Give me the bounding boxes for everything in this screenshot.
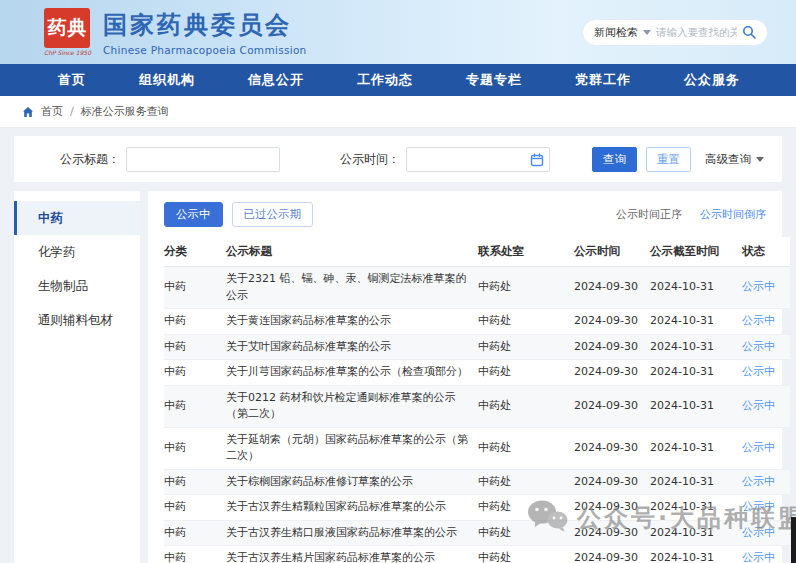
nav-item-4[interactable]: 专题专栏 — [466, 71, 522, 89]
content-area: 中药化学药生物制品通则辅料包材 公示中已过公示期 公示时间正序公示时间倒序 分类… — [14, 191, 782, 563]
nav-item-5[interactable]: 党群工作 — [575, 71, 631, 89]
cell-category: 中药 — [164, 267, 226, 309]
table-row: 中药关于棕榈国家药品标准修订草案的公示中药处2024-09-302024-10-… — [164, 469, 790, 495]
advanced-search-toggle[interactable]: 高级查询 — [705, 152, 764, 167]
cell-status: 公示中 — [742, 334, 790, 360]
search-input[interactable] — [656, 26, 737, 38]
filter-title-input[interactable] — [126, 147, 280, 172]
cell-status: 公示中 — [742, 546, 790, 563]
tab-1[interactable]: 已过公示期 — [232, 202, 314, 227]
cell-dept: 中药处 — [478, 520, 574, 546]
sidebar-item-2[interactable]: 生物制品 — [14, 269, 140, 303]
cell-title: 关于2321 铅、镉、砷、汞、铜测定法标准草案的公示 — [226, 267, 478, 309]
cell-dept: 中药处 — [478, 546, 574, 563]
cell-status: 公示中 — [742, 360, 790, 386]
filter-time-input[interactable] — [406, 147, 550, 172]
reset-button[interactable]: 重置 — [646, 147, 691, 172]
cell-status: 公示中 — [742, 427, 790, 469]
sort-links: 公示时间正序公示时间倒序 — [616, 207, 766, 222]
table-row: 中药关于古汉养生精片国家药品标准草案的公示中药处2024-09-302024-1… — [164, 546, 790, 563]
sidebar-item-1[interactable]: 化学药 — [14, 235, 140, 269]
announcement-title-link[interactable]: 关于古汉养生精颗粒国家药品标准草案的公示 — [226, 500, 446, 513]
status-link[interactable]: 公示中 — [742, 365, 775, 378]
cell-date: 2024-09-30 — [574, 520, 650, 546]
nav-item-2[interactable]: 信息公开 — [248, 71, 304, 89]
status-link[interactable]: 公示中 — [742, 314, 775, 327]
query-button[interactable]: 查询 — [592, 147, 637, 172]
status-link[interactable]: 公示中 — [742, 526, 775, 539]
cell-dept: 中药处 — [478, 267, 574, 309]
table-row: 中药关于艾叶国家药品标准草案的公示中药处2024-09-302024-10-31… — [164, 334, 790, 360]
cell-category: 中药 — [164, 360, 226, 386]
tab-0[interactable]: 公示中 — [164, 202, 223, 227]
cell-deadline: 2024-10-31 — [650, 334, 742, 360]
cell-category: 中药 — [164, 334, 226, 360]
cell-category: 中药 — [164, 546, 226, 563]
cell-title: 关于艾叶国家药品标准草案的公示 — [226, 334, 478, 360]
cell-deadline: 2024-10-31 — [650, 546, 742, 563]
table-row: 中药关于古汉养生精颗粒国家药品标准草案的公示中药处2024-09-302024-… — [164, 495, 790, 521]
cell-status: 公示中 — [742, 495, 790, 521]
status-link[interactable]: 公示中 — [742, 399, 775, 412]
scrollbar-thumb[interactable] — [791, 517, 796, 563]
cell-date: 2024-09-30 — [574, 385, 650, 427]
site-title: 国家药典委员会 — [103, 9, 307, 41]
cell-deadline: 2024-10-31 — [650, 385, 742, 427]
cell-category: 中药 — [164, 309, 226, 335]
cell-status: 公示中 — [742, 267, 790, 309]
announcement-title-link[interactable]: 关于棕榈国家药品标准修订草案的公示 — [226, 475, 413, 488]
sort-link-1[interactable]: 公示时间倒序 — [700, 207, 766, 222]
announcement-title-link[interactable]: 关于艾叶国家药品标准草案的公示 — [226, 340, 391, 353]
breadcrumb-home-link[interactable]: 首页 — [41, 104, 63, 119]
status-link[interactable]: 公示中 — [742, 551, 775, 563]
status-link[interactable]: 公示中 — [742, 475, 775, 488]
announcement-title-link[interactable]: 关于延胡索（元胡）国家药品标准草案的公示（第二次） — [226, 433, 468, 463]
cell-status: 公示中 — [742, 309, 790, 335]
announcement-title-link[interactable]: 关于2321 铅、镉、砷、汞、铜测定法标准草案的公示 — [226, 272, 467, 302]
cell-category: 中药 — [164, 385, 226, 427]
table-row: 中药关于延胡索（元胡）国家药品标准草案的公示（第二次）中药处2024-09-30… — [164, 427, 790, 469]
announcement-title-link[interactable]: 关于古汉养生精口服液国家药品标准草案的公示 — [226, 526, 457, 539]
cell-title: 关于延胡索（元胡）国家药品标准草案的公示（第二次） — [226, 427, 478, 469]
search-category-select[interactable]: 新闻检索 — [594, 25, 638, 40]
sidebar-item-3[interactable]: 通则辅料包材 — [14, 303, 140, 337]
breadcrumb: 首页 / 标准公示服务查询 — [0, 96, 796, 127]
cell-deadline: 2024-10-31 — [650, 360, 742, 386]
cell-deadline: 2024-10-31 — [650, 309, 742, 335]
cell-date: 2024-09-30 — [574, 309, 650, 335]
cell-category: 中药 — [164, 520, 226, 546]
column-header-3: 公示时间 — [574, 237, 650, 267]
cell-dept: 中药处 — [478, 334, 574, 360]
announcement-title-link[interactable]: 关于0212 药材和饮片检定通则标准草案的公示（第二次） — [226, 391, 456, 421]
nav-item-3[interactable]: 工作动态 — [357, 71, 413, 89]
cell-dept: 中药处 — [478, 427, 574, 469]
cell-date: 2024-09-30 — [574, 334, 650, 360]
status-link[interactable]: 公示中 — [742, 441, 775, 454]
sidebar-item-0[interactable]: 中药 — [14, 201, 140, 235]
calendar-icon[interactable] — [530, 152, 544, 171]
table-row: 中药关于黄连国家药品标准草案的公示中药处2024-09-302024-10-31… — [164, 309, 790, 335]
sort-link-0[interactable]: 公示时间正序 — [616, 207, 682, 222]
site-search[interactable]: 新闻检索 — [582, 19, 768, 46]
column-header-4: 公示截至时间 — [650, 237, 742, 267]
nav-item-6[interactable]: 公众服务 — [684, 71, 740, 89]
announcement-title-link[interactable]: 关于古汉养生精片国家药品标准草案的公示 — [226, 551, 435, 563]
home-icon[interactable] — [22, 106, 34, 118]
status-link[interactable]: 公示中 — [742, 340, 775, 353]
announcement-title-link[interactable]: 关于黄连国家药品标准草案的公示 — [226, 314, 391, 327]
column-header-0: 分类 — [164, 237, 226, 267]
chevron-down-icon[interactable] — [643, 30, 651, 35]
announcement-title-link[interactable]: 关于川芎国家药品标准草案的公示（检查项部分） — [226, 365, 468, 378]
nav-item-1[interactable]: 组织机构 — [139, 71, 195, 89]
page: 药典 ChP Since 1950 国家药典委员会 Chinese Pharma… — [0, 0, 796, 563]
status-link[interactable]: 公示中 — [742, 280, 775, 293]
search-icon[interactable] — [742, 25, 756, 39]
nav-item-0[interactable]: 首页 — [58, 71, 86, 89]
column-header-2: 联系处室 — [478, 237, 574, 267]
status-link[interactable]: 公示中 — [742, 500, 775, 513]
cell-deadline: 2024-10-31 — [650, 469, 742, 495]
logo-seal-icon: 药典 — [44, 8, 90, 48]
table-row: 中药关于0212 药材和饮片检定通则标准草案的公示（第二次）中药处2024-09… — [164, 385, 790, 427]
breadcrumb-current: 标准公示服务查询 — [81, 104, 169, 119]
cell-category: 中药 — [164, 427, 226, 469]
